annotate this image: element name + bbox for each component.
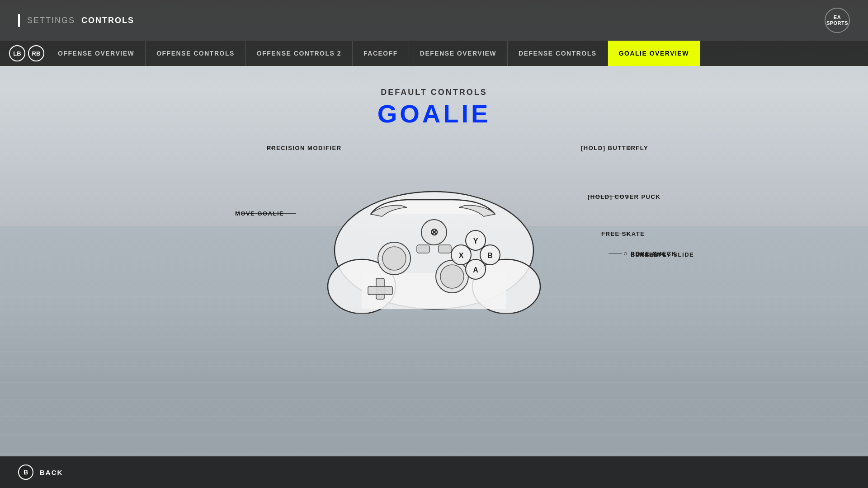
svg-text:A: A xyxy=(473,266,478,274)
header: SETTINGS CONTROLS EA SPORTS xyxy=(0,0,868,41)
tab-defense-overview[interactable]: DEFENSE OVERVIEW xyxy=(409,41,508,66)
lb-button[interactable]: LB xyxy=(9,45,25,61)
free-skate-label: FREE SKATE xyxy=(601,232,631,235)
section-main-title: GOALIE xyxy=(377,99,491,128)
poke-check-dot xyxy=(624,252,627,255)
svg-text:Y: Y xyxy=(473,237,478,245)
svg-rect-12 xyxy=(368,286,392,295)
svg-text:B: B xyxy=(487,252,493,259)
section-title: DEFAULT CONTROLS GOALIE xyxy=(377,88,491,128)
bottom-bar: B BACK xyxy=(0,456,868,488)
main-content: DEFAULT CONTROLS GOALIE ⊗ xyxy=(0,66,868,488)
tab-offense-controls[interactable]: OFFENSE CONTROLS xyxy=(146,41,246,66)
tab-goalie-overview[interactable]: GOALIE OVERVIEW xyxy=(608,41,700,66)
tab-offense-controls-2[interactable]: OFFENSE CONTROLS 2 xyxy=(246,41,353,66)
tab-offense-overview[interactable]: OFFENSE OVERVIEW xyxy=(47,41,146,66)
poke-check-label: POKE CHECK BUTTERFLY SLIDE SPREAD V xyxy=(609,250,631,255)
tab-defense-controls[interactable]: DEFENSE CONTROLS xyxy=(508,41,608,66)
move-goalie-label: MOVE GOALIE xyxy=(235,212,296,215)
poke-check-line xyxy=(609,253,622,254)
controls-breadcrumb: CONTROLS xyxy=(81,16,134,25)
controller-diagram: ⊗ Y X B A xyxy=(231,142,637,332)
hold-cover-puck-label: [HOLD] COVER PUCK xyxy=(588,195,631,198)
precision-modifier-label: PRECISION MODIFIER xyxy=(267,146,328,150)
ea-sports-logo: EA SPORTS xyxy=(825,8,850,33)
section-subtitle: DEFAULT CONTROLS xyxy=(377,88,491,97)
svg-text:⊗: ⊗ xyxy=(430,226,438,238)
back-label: BACK xyxy=(40,469,63,476)
navigation-tabs: LB RB OFFENSE OVERVIEW OFFENSE CONTROLS … xyxy=(0,41,868,66)
svg-point-10 xyxy=(382,247,406,270)
svg-text:X: X xyxy=(459,252,464,259)
hold-butterfly-label: [HOLD] BUTTERFLY xyxy=(581,146,633,150)
tab-faceoff[interactable]: FACEOFF xyxy=(353,41,409,66)
back-button-icon[interactable]: B xyxy=(18,465,33,480)
svg-rect-7 xyxy=(417,245,429,253)
header-accent-bar xyxy=(18,14,20,27)
svg-rect-8 xyxy=(439,245,451,253)
settings-breadcrumb: SETTINGS xyxy=(27,16,75,25)
svg-point-14 xyxy=(440,265,464,288)
controller-svg: ⊗ Y X B A xyxy=(316,160,552,314)
rb-button[interactable]: RB xyxy=(28,45,44,61)
breadcrumb: SETTINGS CONTROLS xyxy=(18,14,134,27)
